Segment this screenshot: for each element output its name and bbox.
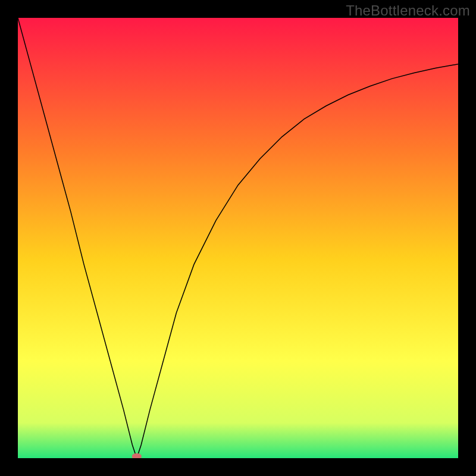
gradient-background — [18, 18, 458, 458]
watermark-text: TheBottleneck.com — [346, 2, 470, 19]
plot-area — [18, 18, 458, 458]
plot-svg — [18, 18, 458, 458]
chart-frame: TheBottleneck.com — [0, 0, 476, 476]
